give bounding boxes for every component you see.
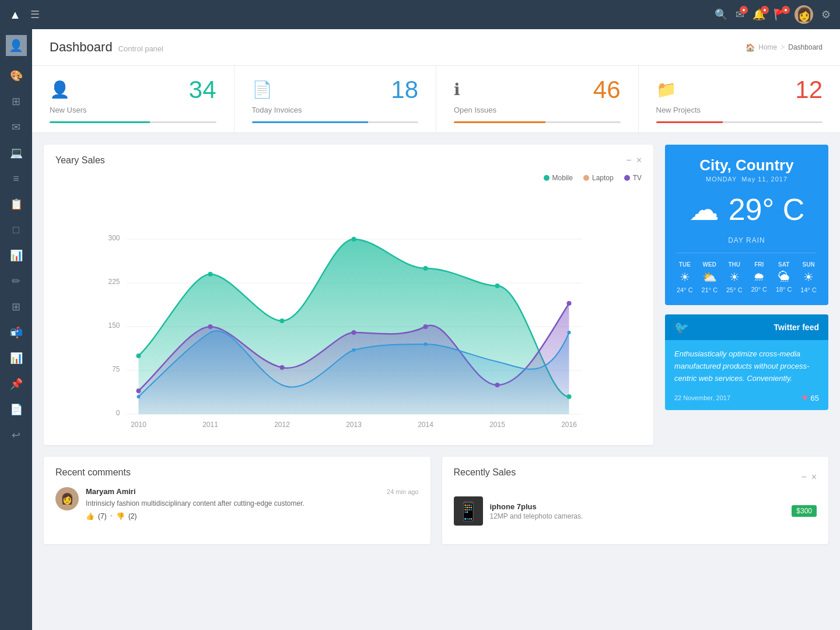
sidebar-item-inbox[interactable]: 📬	[5, 321, 28, 344]
user-avatar[interactable]: 👩	[794, 5, 813, 24]
comment-action-separator: •	[110, 512, 113, 520]
flag-badge: ●	[782, 6, 790, 14]
svg-text:2013: 2013	[346, 421, 362, 429]
svg-point-25	[208, 324, 213, 329]
sidebar-item-reply[interactable]: ↩	[5, 424, 28, 447]
forecast-thu-icon: ☀	[729, 270, 740, 284]
sidebar-item-bar-chart[interactable]: 📊	[5, 346, 28, 370]
svg-text:2012: 2012	[274, 421, 290, 429]
sidebar-item-pin[interactable]: 📌	[5, 372, 28, 396]
bell-icon[interactable]: 🔔 ●	[752, 8, 765, 21]
breadcrumb-separator: >	[780, 43, 785, 51]
forecast-sat-label: SAT	[778, 261, 789, 268]
projects-label: New Projects	[656, 106, 823, 114]
svg-text:225: 225	[108, 278, 120, 286]
home-icon: 🏠	[746, 43, 755, 52]
sidebar-item-document[interactable]: 📄	[5, 398, 28, 421]
sidebar-item-chart-pie[interactable]: 📊	[5, 244, 28, 267]
main-content: Dashboard Control panel 🏠 Home > Dashboa…	[32, 29, 840, 630]
gear-icon[interactable]: ⚙	[821, 8, 831, 21]
sidebar-item-design[interactable]: 🎨	[5, 64, 28, 88]
forecast-wed-icon: ⛅	[702, 270, 717, 284]
forecast-fri-icon: 🌧	[753, 270, 765, 284]
sales-product-desc: 12MP and telephoto cameras.	[490, 512, 785, 520]
legend-mobile: Mobile	[544, 174, 573, 182]
forecast-wed-label: WED	[703, 261, 716, 268]
sales-header: Recently Sales − ×	[454, 467, 817, 487]
hamburger-button[interactable]: ☰	[30, 8, 40, 21]
page-subtitle: Control panel	[118, 44, 163, 53]
sidebar-item-table[interactable]: ⊞	[5, 295, 28, 318]
twitter-body: Enthusiastically optimize cross-media ma…	[665, 340, 828, 393]
weather-temperature: 29° C	[729, 192, 805, 227]
svg-text:2015: 2015	[489, 421, 505, 429]
legend-tv-dot	[624, 175, 630, 181]
comment-actions: 👍 (7) • 👎 (2)	[86, 512, 419, 520]
recently-sales-title: Recently Sales	[454, 467, 516, 478]
forecast-thu-temp: 25° C	[726, 286, 743, 293]
svg-text:75: 75	[112, 365, 120, 373]
breadcrumb-home[interactable]: Home	[758, 43, 777, 51]
forecast-fri-label: FRI	[754, 261, 764, 268]
legend-laptop-label: Laptop	[592, 174, 614, 182]
svg-point-19	[280, 318, 285, 323]
users-label: New Users	[50, 106, 216, 114]
legend-laptop-dot	[583, 175, 589, 181]
twitter-likes: ♥ 65	[802, 393, 819, 403]
thumbs-up-count: (7)	[98, 512, 107, 520]
recent-comments-title: Recent comments	[55, 467, 419, 478]
twitter-card: 🐦 Twitter feed Enthusiastically optimize…	[665, 314, 828, 410]
breadcrumb: 🏠 Home > Dashboard	[746, 43, 822, 52]
twitter-footer: 22 November, 2017 ♥ 65	[665, 393, 828, 410]
breadcrumb-current: Dashboard	[788, 43, 822, 51]
bottom-area: Recent comments 👩 Maryam Amiri 24 min ag…	[32, 457, 840, 556]
sales-price-badge: $300	[792, 505, 817, 517]
svg-point-34	[568, 331, 571, 334]
forecast-tue-icon: ☀	[680, 270, 690, 284]
forecast-sat-temp: 18° C	[776, 286, 792, 293]
mail-badge: ●	[740, 6, 748, 14]
mail-icon[interactable]: ✉ ●	[736, 8, 744, 21]
svg-text:300: 300	[108, 234, 120, 242]
sidebar-item-grid[interactable]: ⊞	[5, 90, 28, 113]
chart-area: 0 75 150 225 300 2010	[55, 188, 642, 435]
thumbs-up-icon[interactable]: 👍	[86, 512, 94, 520]
sidebar-item-laptop[interactable]: 💻	[5, 141, 28, 164]
sales-close-button[interactable]: ×	[811, 472, 817, 482]
projects-bar	[656, 121, 823, 123]
sidebar-avatar[interactable]: 👤	[6, 35, 27, 56]
recently-sales-card: Recently Sales − × 📱 iphone 7plus 12MP a…	[442, 457, 829, 544]
forecast-tue-temp: 24° C	[677, 286, 693, 293]
thumbs-down-icon[interactable]: 👎	[116, 512, 125, 520]
flag-icon[interactable]: 🚩 ●	[774, 8, 786, 21]
svg-point-23	[567, 394, 572, 399]
sidebar-item-clipboard[interactable]: 📋	[5, 192, 28, 216]
svg-point-18	[208, 272, 213, 276]
chart-minimize-button[interactable]: −	[626, 155, 631, 166]
svg-point-26	[280, 365, 285, 370]
search-icon[interactable]: 🔍	[715, 8, 727, 21]
sidebar-item-edit[interactable]: ✏	[5, 270, 28, 293]
sales-minimize-button[interactable]: −	[801, 472, 806, 482]
svg-point-17	[136, 354, 141, 358]
invoices-label: Today Invoices	[252, 106, 419, 114]
twitter-header: 🐦 Twitter feed	[665, 314, 828, 340]
svg-text:150: 150	[108, 321, 120, 330]
forecast-thu-label: THU	[728, 261, 740, 268]
forecast-thu: THU ☀ 25° C	[726, 261, 743, 293]
projects-icon: 📁	[656, 80, 677, 99]
page-title: Dashboard	[50, 40, 113, 55]
weather-card: City, Country MONDAY May 11, 2017 ☁ 29° …	[665, 145, 828, 305]
forecast-wed: WED ⛅ 21° C	[701, 261, 718, 293]
twitter-likes-count: 65	[811, 394, 819, 402]
forecast-fri: FRI 🌧 20° C	[751, 261, 767, 293]
stats-row: 👤 34 New Users 📄 18 Today Invoices ℹ	[32, 66, 840, 133]
stat-card-issues: ℹ 46 Open Issues	[436, 66, 639, 132]
sidebar-item-menu[interactable]: ≡	[5, 167, 28, 190]
forecast-sun: SUN ☀ 14° C	[800, 261, 817, 293]
stat-card-users: 👤 34 New Users	[32, 66, 235, 132]
sidebar-item-mail[interactable]: ✉	[5, 116, 28, 139]
legend-mobile-label: Mobile	[552, 174, 573, 182]
chart-close-button[interactable]: ×	[636, 155, 642, 166]
sidebar-item-window[interactable]: □	[5, 218, 28, 242]
